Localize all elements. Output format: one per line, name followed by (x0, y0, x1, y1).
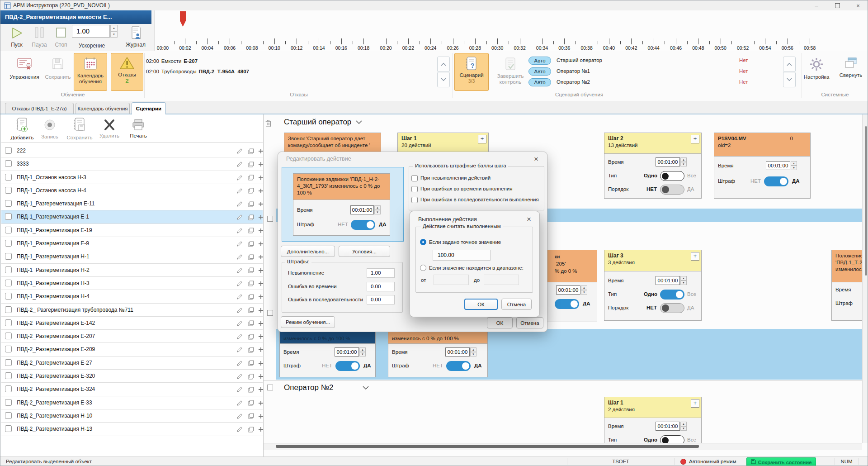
start-button[interactable]: Пуск (7, 25, 27, 49)
edit-pencil-icon[interactable] (236, 346, 243, 353)
row-checkbox[interactable] (5, 253, 12, 260)
edit-pencil-icon[interactable] (236, 214, 243, 221)
copy-icon[interactable] (247, 147, 255, 155)
time-input[interactable]: 00:01:00▲▼ (556, 285, 587, 295)
minimize-button[interactable]: – (806, 0, 827, 10)
timeline-ruler[interactable]: 00:0000:0200:0400:0600:0800:1000:1200:14… (154, 10, 868, 51)
penalty-value-input[interactable]: 0.00 (367, 295, 395, 304)
edit-pencil-icon[interactable] (236, 307, 243, 314)
operators-scroll-up-button[interactable] (783, 57, 796, 72)
copy-icon[interactable] (247, 214, 255, 221)
scenario-row[interactable]: ПВД-2_Разгерметизация Е-320 (1, 370, 263, 383)
step-card-3[interactable]: Шаг 3 3 действия + Время 00:01:00▲▼ Тип … (604, 250, 702, 321)
edit-pencil-icon[interactable] (236, 240, 243, 247)
edit-pencil-icon[interactable] (236, 386, 243, 393)
save-scenario-button[interactable]: Сохранить (66, 117, 94, 140)
time-spinner[interactable]: ▲▼ (680, 422, 687, 431)
copy-icon[interactable] (247, 161, 255, 168)
add-action-button[interactable]: + (691, 252, 699, 261)
record-button[interactable]: Запись (38, 118, 61, 139)
step-card-op2-1[interactable]: Шаг 1 2 действия + Время 00:01:00▲▼ Тип … (604, 397, 702, 447)
section-senior-operator[interactable]: Старший оператор (284, 118, 362, 127)
copy-icon[interactable] (247, 227, 255, 234)
row-checkbox[interactable] (5, 147, 12, 154)
penalty-option-row[interactable]: При ошибках во времени выполнения (411, 185, 542, 196)
additional-button[interactable]: Дополнительно... (281, 246, 335, 257)
copy-icon[interactable] (247, 187, 255, 195)
copy-icon[interactable] (247, 240, 255, 247)
failures-scroll-up-button[interactable] (437, 57, 450, 72)
edit-dialog-ok-button[interactable]: ОК (487, 317, 513, 328)
edit-pencil-icon[interactable] (236, 413, 243, 420)
exercises-button[interactable]: Упражнения (7, 54, 42, 91)
auto-mode-button[interactable]: Авто (528, 57, 551, 65)
scenario-row[interactable]: ПВД-2_Разгерметизация Е-324 (1, 383, 263, 396)
row-checkbox[interactable] (5, 306, 12, 313)
copy-icon[interactable] (247, 280, 255, 287)
tab-calendar[interactable]: Календарь обучения (75, 103, 130, 114)
copy-icon[interactable] (247, 413, 255, 420)
row-select-checkbox[interactable] (267, 216, 273, 222)
save-state-button[interactable]: Сохранить состояние (746, 457, 816, 466)
range-radio[interactable] (420, 265, 426, 271)
scenario-row[interactable]: ПВД-2_Разгерметизация Е-33 (1, 396, 263, 409)
edit-pencil-icon[interactable] (236, 360, 243, 367)
row-select-checkbox[interactable] (267, 310, 273, 316)
edit-pencil-icon[interactable] (236, 333, 243, 340)
exec-dialog-ok-button[interactable]: ОК (464, 299, 498, 310)
time-spinner[interactable]: ▲▼ (581, 285, 587, 295)
auto-mode-button[interactable]: Авто (528, 78, 551, 86)
edit-pencil-icon[interactable] (236, 174, 243, 181)
scenario-button[interactable]: ? Сценарий 3/3 (454, 53, 489, 91)
add-action-button[interactable]: + (691, 135, 699, 143)
time-input[interactable]: 00:01:00▲▼ (656, 157, 687, 166)
time-spinner[interactable]: ▲▼ (470, 347, 476, 357)
copy-icon[interactable] (247, 200, 255, 208)
row-checkbox[interactable] (5, 359, 12, 366)
row-checkbox[interactable] (5, 280, 12, 286)
edit-pencil-icon[interactable] (236, 293, 243, 300)
copy-icon[interactable] (247, 386, 255, 393)
edit-dialog-cancel-button[interactable]: Отмена (516, 317, 543, 328)
penalty-toggle[interactable] (555, 299, 579, 309)
row-checkbox[interactable] (5, 200, 12, 207)
penalty-option-row[interactable]: При ошибках в последовательности выполне… (411, 196, 542, 207)
scenario-row[interactable]: ПВД-1_Разгерметизация Н-1 (1, 250, 263, 263)
save-training-button[interactable]: Сохранить (44, 54, 72, 91)
row-checkbox[interactable] (5, 412, 12, 419)
add-action-button[interactable]: + (691, 399, 699, 408)
time-spinner[interactable]: ▲▼ (359, 347, 366, 357)
add-scenario-button[interactable]: Добавить (9, 117, 35, 140)
edit-pencil-icon[interactable] (236, 187, 243, 195)
trash-icon[interactable] (265, 119, 271, 129)
operators-scroll-down-button[interactable] (783, 72, 796, 87)
edit-pencil-icon[interactable] (236, 253, 243, 261)
range-from-input[interactable] (434, 275, 469, 285)
edit-pencil-icon[interactable] (236, 320, 243, 327)
scenario-row[interactable]: ПВД-2_Разгерметизация Е-27 (1, 357, 263, 370)
edit-pencil-icon[interactable] (236, 200, 243, 208)
scenario-row[interactable]: ПВД-1_Разгерметизация Е-9 (1, 237, 263, 250)
failure-item[interactable]: 02:00 Трубопроводы ПВД-2_Т-954А_4807 (146, 69, 340, 76)
scenario-row[interactable]: ПВД-1_Разгереметизация Е-11 (1, 197, 263, 210)
failures-scroll-down-button[interactable] (437, 72, 450, 87)
time-input[interactable]: 00:01:00▲▼ (656, 276, 687, 285)
tab-scenarios[interactable]: Сценарии (132, 102, 166, 114)
auto-mode-button[interactable]: Авто (528, 67, 551, 76)
copy-icon[interactable] (247, 174, 255, 181)
order-toggle[interactable] (660, 303, 684, 313)
time-input[interactable]: 00:01:00▲▼ (766, 161, 797, 170)
tab-failures[interactable]: Отказы (ПВД-1_Е-27а) (5, 103, 74, 114)
row-checkbox[interactable] (5, 240, 12, 247)
vertical-scrollbar[interactable] (862, 114, 868, 443)
scenario-row[interactable]: ПВД-2_Разгерметизация Е-142 (1, 317, 263, 330)
scenario-row[interactable]: ПВД-2_Разгерметизация Е-207 (1, 330, 263, 343)
copy-icon[interactable] (247, 373, 255, 380)
edit-pencil-icon[interactable] (236, 280, 243, 287)
scenario-row[interactable]: ПВД-1_Разгерметизация Е-19 (1, 224, 263, 237)
scenario-row[interactable]: ПВД-1_Останов насоса Н-3 (1, 171, 263, 184)
edit-pencil-icon[interactable] (236, 399, 243, 407)
settings-button[interactable]: Настройка (802, 54, 831, 91)
row-checkbox[interactable] (5, 346, 12, 352)
copy-icon[interactable] (247, 293, 255, 300)
